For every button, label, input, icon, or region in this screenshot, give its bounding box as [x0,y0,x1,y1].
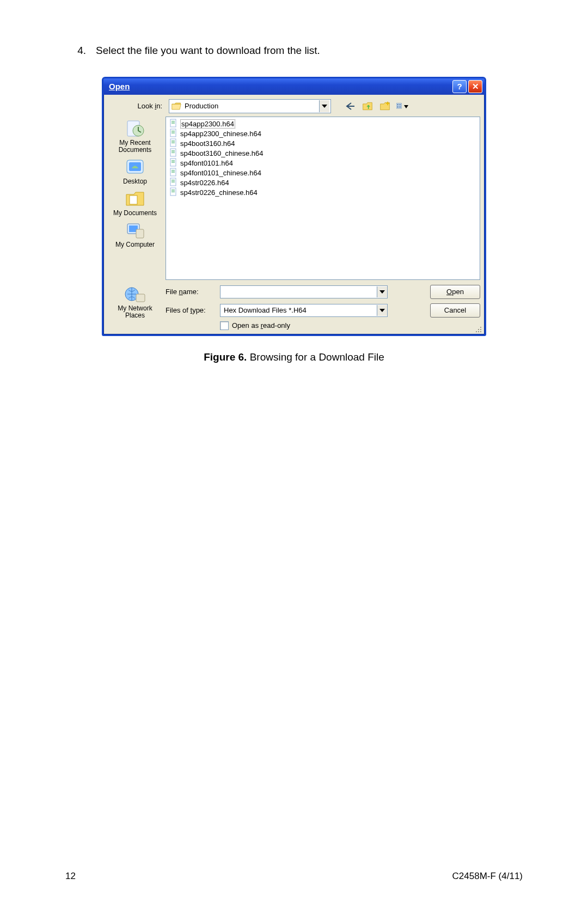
svg-rect-52 [476,331,477,332]
svg-rect-37 [171,171,175,172]
file-list[interactable]: sp4app2300.h64sp4app2300_chinese.h64sp4b… [166,117,480,280]
svg-rect-3 [397,104,399,106]
file-name: sp4app2300.h64 [180,119,235,129]
file-item[interactable]: sp4str0226_chinese.h64 [168,188,477,198]
place-label: Desktop [123,178,147,186]
page-number: 12 [65,871,76,882]
instruction-step: 4. Select the file you want to download … [65,44,523,58]
step-number: 4. [65,44,96,58]
back-button[interactable] [344,100,356,112]
place-my-documents[interactable]: My Documents [108,189,162,217]
place-my-recent-documents[interactable]: My Recent Documents [108,119,162,155]
svg-rect-54 [480,327,481,328]
titlebar-close-button[interactable]: ✕ [468,80,482,93]
file-icon [169,138,178,149]
file-item[interactable]: sp4boot3160_chinese.h64 [168,149,477,158]
svg-rect-36 [171,170,175,170]
file-item[interactable]: sp4font0101.h64 [168,158,477,168]
figure-text: Browsing for a Download File [247,351,384,363]
filename-label: File name: [166,288,215,296]
svg-rect-16 [171,121,175,121]
place-my-computer[interactable]: My Computer [108,221,162,249]
my-documents-icon [124,189,146,209]
chevron-down-icon [379,290,385,294]
svg-rect-33 [171,161,175,162]
file-icon [169,129,178,139]
filetype-value: Hex Download Files *.H64 [224,306,307,314]
cancel-button[interactable]: Cancel [430,303,480,318]
network-places-icon [124,284,146,304]
place-label: My Recent Documents [108,139,162,155]
file-item[interactable]: sp4app2300.h64 [168,119,477,129]
file-name: sp4str0226_chinese.h64 [180,188,258,197]
file-name: sp4font0101.h64 [180,159,233,167]
dropdown-toggle[interactable] [377,305,387,316]
figure-caption: Figure 6. Browsing for a Download File [65,351,523,363]
help-icon: ? [457,82,462,90]
svg-rect-20 [171,131,175,131]
readonly-label: Open as read-only [232,321,290,330]
svg-rect-17 [171,122,175,123]
recent-documents-icon [124,119,146,138]
svg-rect-26 [171,143,175,143]
look-in-label: Look in: [108,102,166,110]
file-icon [169,168,178,178]
place-label: My Network Places [108,305,162,320]
svg-rect-6 [399,106,401,108]
titlebar-help-button[interactable]: ? [452,80,467,93]
filename-input[interactable] [220,285,388,298]
look-in-dropdown[interactable]: Production [169,99,331,113]
svg-rect-5 [397,106,399,108]
chevron-down-icon [379,309,385,312]
svg-rect-50 [478,331,479,332]
dialog-titlebar[interactable]: Open ? ✕ [103,78,485,95]
svg-rect-34 [171,162,175,163]
open-button[interactable]: Open [430,285,480,299]
dropdown-toggle[interactable] [319,100,329,112]
svg-rect-53 [478,329,479,330]
svg-rect-11 [130,196,137,204]
places-bar: My Recent Documents Desktop [108,117,162,280]
chevron-down-icon [404,102,408,110]
svg-rect-51 [480,329,481,330]
file-name: sp4str0226.h64 [180,179,229,187]
svg-rect-40 [171,180,175,180]
filetype-label: Files of type: [166,306,215,314]
file-icon [169,187,178,198]
svg-rect-14 [136,229,144,238]
figure-number: Figure 6. [204,351,247,363]
svg-rect-44 [171,190,175,190]
new-folder-button[interactable] [379,100,391,112]
open-file-dialog: Open ? ✕ Look in: [102,77,486,336]
file-item[interactable]: sp4font0101_chinese.h64 [168,168,477,178]
readonly-checkbox[interactable] [220,321,229,330]
svg-rect-18 [171,123,175,124]
dialog-title: Open [109,82,452,91]
svg-rect-28 [171,150,175,151]
dropdown-toggle[interactable] [377,286,387,297]
file-icon [169,178,178,188]
file-name: sp4font0101_chinese.h64 [180,169,261,177]
file-name: sp4app2300_chinese.h64 [180,130,261,138]
svg-rect-30 [171,152,175,153]
svg-rect-38 [171,172,175,173]
file-item[interactable]: sp4boot3160.h64 [168,139,477,149]
file-icon [169,148,178,158]
resize-grip-icon[interactable] [474,325,482,333]
my-computer-icon [124,221,146,240]
svg-rect-21 [171,132,175,132]
place-desktop[interactable]: Desktop [108,157,162,186]
svg-rect-32 [171,160,175,161]
up-one-level-button[interactable] [362,100,373,112]
svg-rect-48 [136,294,145,302]
svg-rect-4 [399,104,401,106]
place-my-network-places[interactable]: My Network Places [108,284,162,320]
place-label: My Documents [113,210,157,217]
file-item[interactable]: sp4app2300_chinese.h64 [168,129,477,139]
filetype-dropdown[interactable]: Hex Download Files *.H64 [220,304,388,317]
svg-rect-45 [171,191,175,191]
svg-rect-24 [171,141,175,141]
file-name: sp4boot3160.h64 [180,139,235,148]
views-menu-button[interactable] [396,100,408,112]
file-item[interactable]: sp4str0226.h64 [168,178,477,188]
